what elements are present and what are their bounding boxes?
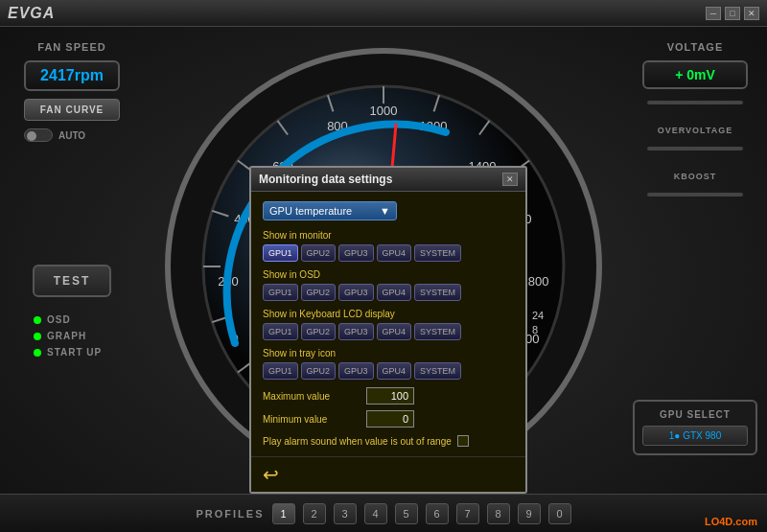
- profile-btn-7[interactable]: 7: [456, 503, 479, 524]
- kboost-slider: [647, 193, 743, 197]
- close-button[interactable]: ✕: [744, 7, 759, 20]
- keyboard-gpu4-btn[interactable]: GPU4: [377, 323, 412, 340]
- startup-indicator: [34, 349, 41, 357]
- svg-text:1000: 1000: [370, 104, 398, 118]
- voltage-label: VOLTAGE: [667, 41, 724, 53]
- modal-footer: ↩: [251, 456, 525, 492]
- monitor-system-btn[interactable]: SYSTEM: [414, 244, 461, 262]
- alarm-label: Play alarm sound when value is out of ra…: [263, 436, 452, 447]
- profile-btn-0[interactable]: 0: [548, 503, 571, 524]
- fan-speed-display: 2417rpm: [24, 60, 120, 91]
- min-value-label: Minimum value: [263, 414, 359, 425]
- modal-title-bar: Monitoring data settings ✕: [251, 168, 525, 192]
- modal-body: GPU temperature ▼ Show in monitor GPU1 G…: [251, 192, 525, 456]
- watermark: LO4D.com: [705, 516, 757, 527]
- max-value-label: Maximum value: [263, 391, 359, 402]
- tray-system-btn[interactable]: SYSTEM: [414, 362, 461, 380]
- startup-label: START UP: [47, 347, 102, 358]
- osd-gpu2-btn[interactable]: GPU2: [301, 284, 337, 301]
- graph-option[interactable]: GRAPH: [34, 331, 110, 341]
- gpu-temp-dropdown[interactable]: GPU temperature ▼: [263, 201, 397, 220]
- keyboard-system-btn[interactable]: SYSTEM: [414, 323, 461, 340]
- bottom-options: OSD GRAPH START UP: [34, 314, 110, 358]
- show-keyboard-buttons: GPU1 GPU2 GPU3 GPU4 SYSTEM: [263, 323, 514, 340]
- monitor-gpu2-btn[interactable]: GPU2: [301, 244, 337, 262]
- show-tray-label: Show in tray icon: [263, 348, 514, 359]
- minimize-button[interactable]: ─: [706, 7, 721, 20]
- keyboard-gpu3-btn[interactable]: GPU3: [338, 323, 374, 340]
- tray-gpu3-btn[interactable]: GPU3: [338, 362, 374, 380]
- auto-row: AUTO: [24, 128, 120, 142]
- profiles-bar: PROFILES 1 2 3 4 5 6 7 8 9 0: [0, 494, 767, 532]
- graph-indicator: [34, 333, 41, 340]
- osd-label: OSD: [47, 314, 71, 325]
- profile-btn-6[interactable]: 6: [426, 503, 449, 524]
- auto-toggle[interactable]: [24, 128, 53, 142]
- min-value-input[interactable]: [366, 410, 414, 428]
- voltage-display: + 0mV: [642, 60, 748, 89]
- max-value-input[interactable]: [366, 387, 414, 405]
- gpu-select-label: GPU SELECT: [642, 409, 748, 420]
- alarm-checkbox[interactable]: [457, 435, 469, 447]
- alarm-row: Play alarm sound when value is out of ra…: [263, 435, 514, 447]
- osd-gpu1-btn[interactable]: GPU1: [263, 284, 298, 301]
- svg-text:8: 8: [532, 324, 538, 335]
- voltage-slider-track: [647, 101, 743, 104]
- show-tray-buttons: GPU1 GPU2 GPU3 GPU4 SYSTEM: [263, 362, 514, 380]
- left-panel: FAN SPEED 2417rpm FAN CURVE AUTO TEST OS…: [0, 27, 144, 532]
- max-value-row: Maximum value: [263, 387, 514, 405]
- osd-indicator: [34, 316, 41, 324]
- monitor-gpu1-btn[interactable]: GPU1: [263, 244, 298, 262]
- auto-label: AUTO: [58, 130, 85, 141]
- profile-btn-8[interactable]: 8: [487, 503, 510, 524]
- evga-logo: EVGA: [8, 5, 55, 22]
- profile-btn-1[interactable]: 1: [272, 503, 295, 524]
- show-monitor-label: Show in monitor: [263, 230, 514, 241]
- window-controls: ─ □ ✕: [706, 7, 759, 20]
- tray-gpu1-btn[interactable]: GPU1: [263, 362, 298, 380]
- show-osd-label: Show in OSD: [263, 269, 514, 280]
- kboost-label: KBOOST: [674, 172, 717, 181]
- show-osd-buttons: GPU1 GPU2 GPU3 GPU4 SYSTEM: [263, 284, 514, 301]
- modal-title: Monitoring data settings: [259, 173, 392, 186]
- keyboard-gpu1-btn[interactable]: GPU1: [263, 323, 298, 340]
- tray-gpu2-btn[interactable]: GPU2: [301, 362, 337, 380]
- svg-text:24: 24: [532, 310, 544, 321]
- osd-option[interactable]: OSD: [34, 314, 110, 325]
- title-bar: EVGA ─ □ ✕: [0, 0, 767, 27]
- show-monitor-buttons: GPU1 GPU2 GPU3 GPU4 SYSTEM: [263, 244, 514, 262]
- profile-btn-3[interactable]: 3: [334, 503, 357, 524]
- min-value-row: Minimum value: [263, 410, 514, 428]
- gpu-select-box: GPU SELECT 1● GTX 980: [633, 400, 757, 455]
- keyboard-gpu2-btn[interactable]: GPU2: [301, 323, 337, 340]
- profile-btn-4[interactable]: 4: [364, 503, 387, 524]
- profile-btn-5[interactable]: 5: [395, 503, 418, 524]
- overvoltage-label: OVERVOLTAGE: [658, 126, 733, 135]
- gpu-option[interactable]: 1● GTX 980: [642, 426, 748, 446]
- modal-close-button[interactable]: ✕: [502, 173, 518, 186]
- test-button[interactable]: TEST: [33, 265, 112, 297]
- monitor-gpu4-btn[interactable]: GPU4: [377, 244, 412, 262]
- monitoring-dialog: Monitoring data settings ✕ GPU temperatu…: [249, 166, 527, 494]
- osd-gpu4-btn[interactable]: GPU4: [377, 284, 412, 301]
- fan-curve-button[interactable]: FAN CURVE: [24, 99, 120, 121]
- monitor-gpu3-btn[interactable]: GPU3: [338, 244, 374, 262]
- startup-option[interactable]: START UP: [34, 347, 110, 358]
- fan-speed-label: FAN SPEED: [37, 41, 105, 53]
- profile-btn-9[interactable]: 9: [518, 503, 541, 524]
- right-panel: VOLTAGE + 0mV OVERVOLTAGE KBOOST GPU SEL…: [623, 27, 767, 532]
- show-keyboard-label: Show in Keyboard LCD display: [263, 309, 514, 319]
- main-content: FAN SPEED 2417rpm FAN CURVE AUTO TEST OS…: [0, 27, 767, 532]
- tray-gpu4-btn[interactable]: GPU4: [377, 362, 412, 380]
- profile-btn-2[interactable]: 2: [303, 503, 326, 524]
- profiles-label: PROFILES: [196, 508, 264, 520]
- osd-gpu3-btn[interactable]: GPU3: [338, 284, 374, 301]
- overvoltage-slider: [647, 147, 743, 150]
- graph-label: GRAPH: [47, 331, 86, 341]
- back-arrow-button[interactable]: ↩: [263, 463, 279, 486]
- maximize-button[interactable]: □: [725, 7, 740, 20]
- osd-system-btn[interactable]: SYSTEM: [414, 284, 461, 301]
